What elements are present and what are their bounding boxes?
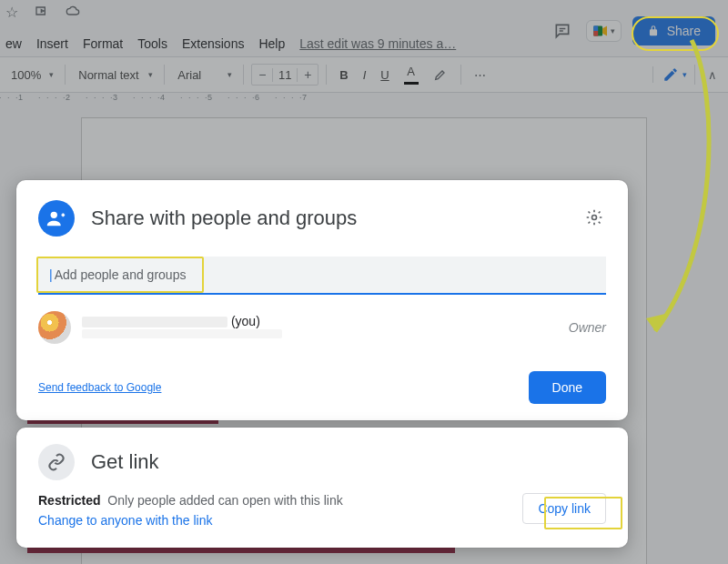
user-role: Owner (569, 320, 606, 335)
get-link-title: Get link (91, 450, 159, 474)
link-restriction-text: Restricted Only people added can open wi… (38, 493, 343, 508)
user-row: (you) Owner (38, 311, 606, 344)
add-people-input[interactable]: |Add people and groups (38, 257, 606, 295)
gear-icon (585, 208, 603, 227)
get-link-dialog: Get link Restricted Only people added ca… (16, 428, 628, 548)
svg-point-4 (51, 212, 57, 218)
done-button[interactable]: Done (529, 371, 606, 404)
avatar (38, 311, 71, 344)
change-access-link[interactable]: Change to anyone with the link (38, 513, 343, 528)
share-dialog-title: Share with people and groups (91, 206, 357, 230)
user-email (82, 328, 282, 341)
share-dialog: Share with people and groups |Add people… (16, 180, 628, 420)
people-icon (38, 200, 75, 237)
add-people-placeholder: Add people and groups (55, 267, 187, 282)
link-icon (38, 444, 75, 480)
svg-point-5 (592, 216, 597, 220)
copy-link-button[interactable]: Copy link (522, 493, 606, 524)
settings-button[interactable] (582, 206, 606, 229)
send-feedback-link[interactable]: Send feedback to Google (38, 381, 161, 394)
user-name: (you) (82, 314, 282, 328)
